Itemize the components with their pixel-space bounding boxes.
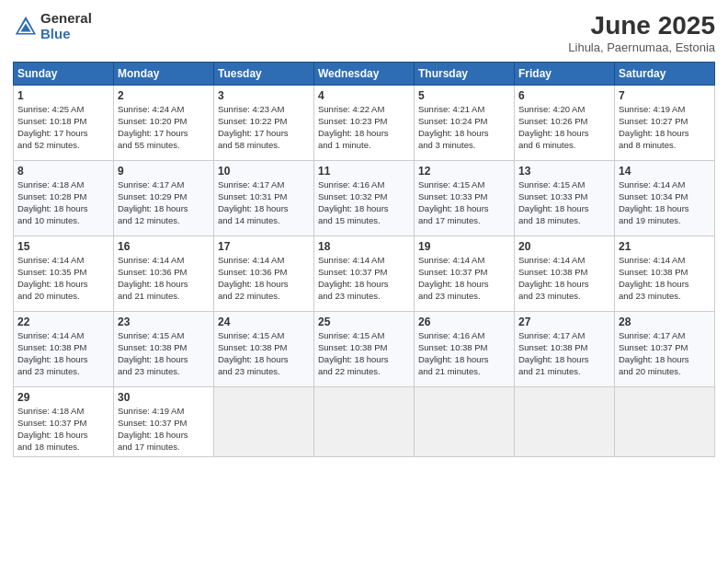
day-info: Sunset: 10:37 PM xyxy=(118,418,210,430)
day-info: Sunset: 10:36 PM xyxy=(218,267,310,279)
calendar-row: 29Sunrise: 4:18 AMSunset: 10:37 PMDaylig… xyxy=(14,387,715,457)
day-number: 2 xyxy=(118,88,210,103)
day-info: and 18 minutes. xyxy=(518,215,610,227)
table-row: 16Sunrise: 4:14 AMSunset: 10:36 PMDaylig… xyxy=(114,236,214,312)
day-info: Sunset: 10:27 PM xyxy=(619,116,711,128)
table-row: 3Sunrise: 4:23 AMSunset: 10:22 PMDayligh… xyxy=(214,86,314,161)
logo-blue-text: Blue xyxy=(40,27,92,42)
day-info: Sunrise: 4:17 AM xyxy=(619,330,711,342)
day-info: and 10 minutes. xyxy=(17,215,109,227)
day-info: Daylight: 18 hours xyxy=(318,128,410,140)
day-info: Sunset: 10:37 PM xyxy=(318,267,410,279)
day-info: Sunrise: 4:14 AM xyxy=(17,255,109,267)
day-info: Sunset: 10:24 PM xyxy=(418,116,510,128)
day-info: and 14 minutes. xyxy=(218,215,310,227)
day-info: Sunrise: 4:25 AM xyxy=(17,104,109,116)
table-row: 17Sunrise: 4:14 AMSunset: 10:36 PMDaylig… xyxy=(214,236,314,312)
day-info: Daylight: 18 hours xyxy=(118,279,210,291)
table-row: 26Sunrise: 4:16 AMSunset: 10:38 PMDaylig… xyxy=(415,312,515,387)
day-info: Sunrise: 4:21 AM xyxy=(418,104,510,116)
day-info: and 12 minutes. xyxy=(118,215,210,227)
day-info: Sunset: 10:23 PM xyxy=(318,116,410,128)
table-row xyxy=(214,387,314,457)
day-number: 14 xyxy=(619,164,711,178)
logo-general-text: General xyxy=(40,11,92,27)
day-number: 20 xyxy=(518,239,610,254)
day-info: Daylight: 18 hours xyxy=(619,279,711,291)
col-wednesday: Wednesday xyxy=(314,63,415,86)
day-info: and 23 minutes. xyxy=(418,291,510,303)
table-row xyxy=(615,387,715,457)
day-info: Sunset: 10:18 PM xyxy=(17,116,109,128)
day-info: and 52 minutes. xyxy=(17,140,109,152)
day-number: 10 xyxy=(218,164,310,178)
table-row: 8Sunrise: 4:18 AMSunset: 10:28 PMDayligh… xyxy=(14,161,114,236)
day-info: Daylight: 17 hours xyxy=(218,128,310,140)
table-row xyxy=(415,387,515,457)
logo-icon xyxy=(13,14,39,40)
day-number: 29 xyxy=(17,390,109,405)
day-info: Sunset: 10:31 PM xyxy=(218,191,310,203)
day-info: Daylight: 18 hours xyxy=(418,128,510,140)
day-info: Sunrise: 4:14 AM xyxy=(17,330,109,342)
header: General Blue June 2025 Lihula, Paernumaa… xyxy=(13,11,715,54)
day-info: Sunset: 10:38 PM xyxy=(518,342,610,354)
table-row: 11Sunrise: 4:16 AMSunset: 10:32 PMDaylig… xyxy=(314,161,415,236)
day-info: Sunrise: 4:15 AM xyxy=(318,330,410,342)
day-info: Daylight: 18 hours xyxy=(118,430,210,442)
day-number: 23 xyxy=(118,315,210,329)
day-info: Daylight: 18 hours xyxy=(218,279,310,291)
table-row: 5Sunrise: 4:21 AMSunset: 10:24 PMDayligh… xyxy=(415,86,515,161)
table-row: 10Sunrise: 4:17 AMSunset: 10:31 PMDaylig… xyxy=(214,161,314,236)
day-info: and 23 minutes. xyxy=(518,291,610,303)
day-info: Daylight: 18 hours xyxy=(318,354,410,366)
day-info: Sunset: 10:33 PM xyxy=(418,191,510,203)
day-number: 21 xyxy=(619,239,711,254)
day-info: Daylight: 18 hours xyxy=(218,203,310,215)
day-info: Sunrise: 4:14 AM xyxy=(518,255,610,267)
day-info: Sunset: 10:37 PM xyxy=(418,267,510,279)
table-row: 6Sunrise: 4:20 AMSunset: 10:26 PMDayligh… xyxy=(515,86,615,161)
day-number: 8 xyxy=(17,164,109,178)
day-info: Sunrise: 4:14 AM xyxy=(619,255,711,267)
day-number: 9 xyxy=(118,164,210,178)
day-number: 17 xyxy=(218,239,310,254)
day-info: Daylight: 18 hours xyxy=(418,279,510,291)
table-row xyxy=(515,387,615,457)
day-info: Sunset: 10:34 PM xyxy=(619,191,711,203)
day-info: Daylight: 17 hours xyxy=(118,128,210,140)
day-info: and 1 minute. xyxy=(318,140,410,152)
day-number: 15 xyxy=(17,239,109,254)
day-info: Sunrise: 4:22 AM xyxy=(318,104,410,116)
day-info: and 19 minutes. xyxy=(619,215,711,227)
day-info: and 22 minutes. xyxy=(218,291,310,303)
day-number: 13 xyxy=(518,164,610,178)
day-info: Sunset: 10:37 PM xyxy=(619,342,711,354)
day-info: Daylight: 18 hours xyxy=(218,354,310,366)
day-info: Sunrise: 4:19 AM xyxy=(118,406,210,418)
calendar-row: 22Sunrise: 4:14 AMSunset: 10:38 PMDaylig… xyxy=(14,312,715,387)
day-info: Sunrise: 4:15 AM xyxy=(518,179,610,191)
table-row: 18Sunrise: 4:14 AMSunset: 10:37 PMDaylig… xyxy=(314,236,415,312)
day-info: Sunrise: 4:19 AM xyxy=(619,104,711,116)
day-info: Sunrise: 4:16 AM xyxy=(318,179,410,191)
day-number: 26 xyxy=(418,315,510,329)
day-info: Daylight: 18 hours xyxy=(619,128,711,140)
day-info: and 55 minutes. xyxy=(118,140,210,152)
day-info: and 15 minutes. xyxy=(318,215,410,227)
day-info: and 22 minutes. xyxy=(318,366,410,378)
col-sunday: Sunday xyxy=(14,63,114,86)
day-info: Daylight: 18 hours xyxy=(418,354,510,366)
day-info: Daylight: 18 hours xyxy=(118,354,210,366)
calendar-row: 8Sunrise: 4:18 AMSunset: 10:28 PMDayligh… xyxy=(14,161,715,236)
day-info: Sunrise: 4:17 AM xyxy=(518,330,610,342)
day-info: and 23 minutes. xyxy=(118,366,210,378)
day-info: Sunset: 10:38 PM xyxy=(218,342,310,354)
table-row: 1Sunrise: 4:25 AMSunset: 10:18 PMDayligh… xyxy=(14,86,114,161)
table-row: 27Sunrise: 4:17 AMSunset: 10:38 PMDaylig… xyxy=(515,312,615,387)
day-info: Sunrise: 4:17 AM xyxy=(218,179,310,191)
col-friday: Friday xyxy=(515,63,615,86)
day-info: Sunrise: 4:17 AM xyxy=(118,179,210,191)
calendar-row: 15Sunrise: 4:14 AMSunset: 10:35 PMDaylig… xyxy=(14,236,715,312)
day-number: 6 xyxy=(518,88,610,103)
